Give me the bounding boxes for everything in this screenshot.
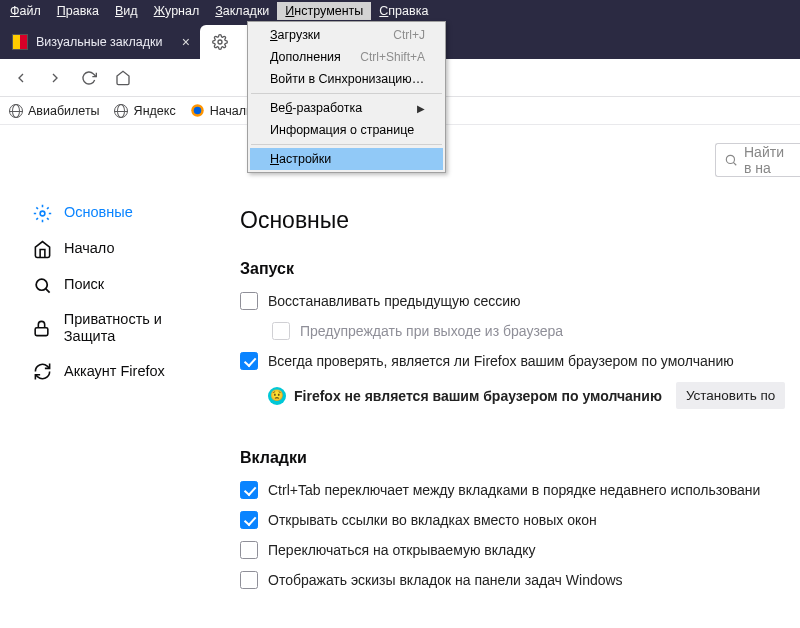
home-icon <box>32 239 52 259</box>
reload-button[interactable] <box>74 63 104 93</box>
checkbox-icon <box>240 481 258 499</box>
section-startup: Запуск <box>240 260 800 278</box>
menu-separator <box>251 93 442 94</box>
search-icon <box>32 275 52 295</box>
sidebar-item-label: Аккаунт Firefox <box>64 363 165 380</box>
checkbox-always-check-default[interactable]: Всегда проверять, является ли Firefox ва… <box>240 352 800 370</box>
menu-separator <box>251 144 442 145</box>
sidebar-item-account[interactable]: Аккаунт Firefox <box>28 354 220 390</box>
set-default-button[interactable]: Установить по <box>676 382 785 409</box>
sidebar-item-general[interactable]: Основные <box>28 195 220 231</box>
checkbox-tab-thumbnails[interactable]: Отображать эскизы вкладок на панели зада… <box>240 571 800 589</box>
page-title: Основные <box>240 207 800 234</box>
lock-icon <box>32 318 52 338</box>
checkbox-icon <box>240 511 258 529</box>
gear-icon <box>32 203 52 223</box>
search-input[interactable]: Найти в на <box>715 143 800 177</box>
tab-close-icon[interactable]: × <box>182 34 190 50</box>
home-button[interactable] <box>108 63 138 93</box>
favicon-vb <box>12 34 28 50</box>
menu-help[interactable]: Справка <box>371 2 436 20</box>
tab-title: Визуальные закладки <box>36 35 176 49</box>
checkbox-open-links-tabs[interactable]: Открывать ссылки во вкладках вместо новы… <box>240 511 800 529</box>
search-placeholder: Найти в на <box>744 144 792 176</box>
status-text: Firefox не является вашим браузером по у… <box>294 388 662 404</box>
search-icon <box>724 153 738 167</box>
menu-edit[interactable]: Правка <box>49 2 107 20</box>
gear-icon <box>212 34 228 50</box>
menu-history[interactable]: Журнал <box>146 2 208 20</box>
sidebar-item-home[interactable]: Начало <box>28 231 220 267</box>
menu-addons[interactable]: ДополненияCtrl+Shift+A <box>250 46 443 68</box>
sync-icon <box>32 362 52 382</box>
checkbox-icon <box>240 571 258 589</box>
menu-view[interactable]: Вид <box>107 2 146 20</box>
menubar: Файл Правка Вид Журнал Закладки Инструме… <box>0 0 800 21</box>
menu-webdev[interactable]: Веб-разработка▶ <box>250 97 443 119</box>
checkbox-icon <box>240 352 258 370</box>
menu-downloads[interactable]: ЗагрузкиCtrl+J <box>250 24 443 46</box>
checkbox-switch-to-tab[interactable]: Переключаться на открываемую вкладку <box>240 541 800 559</box>
globe-icon <box>8 103 23 118</box>
checkbox-icon <box>240 541 258 559</box>
firefox-icon <box>190 103 205 118</box>
default-browser-status: 😟 Firefox не является вашим браузером по… <box>268 382 800 409</box>
svg-point-4 <box>36 279 47 290</box>
sidebar-item-label: Поиск <box>64 276 104 293</box>
info-icon: 😟 <box>268 387 286 405</box>
svg-point-0 <box>218 40 222 44</box>
menu-pageinfo[interactable]: Информация о странице <box>250 119 443 141</box>
checkbox-icon <box>240 292 258 310</box>
menu-settings[interactable]: Настройки <box>250 148 443 170</box>
sidebar-item-search[interactable]: Поиск <box>28 267 220 303</box>
settings-content: Основные Начало Поиск Приватность и Защи… <box>0 125 800 628</box>
forward-button[interactable] <box>40 63 70 93</box>
svg-point-6 <box>726 155 734 163</box>
bookmark-yandex[interactable]: Яндекс <box>114 103 176 118</box>
sidebar-item-label: Приватность и Защита <box>64 311 216 346</box>
menu-sync[interactable]: Войти в Синхронизацию… <box>250 68 443 90</box>
sidebar-item-label: Начало <box>64 240 115 257</box>
tools-dropdown: ЗагрузкиCtrl+J ДополненияCtrl+Shift+A Во… <box>247 21 446 173</box>
globe-icon <box>114 103 129 118</box>
menu-bookmarks[interactable]: Закладки <box>207 2 277 20</box>
checkbox-restore-session[interactable]: Восстанавливать предыдущую сессию <box>240 292 800 310</box>
section-tabs: Вкладки <box>240 449 800 467</box>
menu-tools[interactable]: Инструменты <box>277 2 371 20</box>
back-button[interactable] <box>6 63 36 93</box>
checkbox-icon <box>272 322 290 340</box>
chevron-right-icon: ▶ <box>417 103 425 114</box>
sidebar-item-privacy[interactable]: Приватность и Защита <box>28 303 220 354</box>
settings-sidebar: Основные Начало Поиск Приватность и Защи… <box>0 125 230 628</box>
svg-point-2 <box>193 107 201 115</box>
tab-visual-bookmarks[interactable]: Визуальные закладки × <box>0 25 200 59</box>
checkbox-warn-quit: Предупреждать при выходе из браузера <box>272 322 800 340</box>
settings-main: Найти в на Основные Запуск Восстанавлива… <box>230 125 800 628</box>
bookmark-start[interactable]: Началь <box>190 103 253 118</box>
checkbox-ctrl-tab[interactable]: Ctrl+Tab переключает между вкладками в п… <box>240 481 800 499</box>
sidebar-item-label: Основные <box>64 204 133 221</box>
svg-point-3 <box>40 211 45 216</box>
menu-file[interactable]: Файл <box>2 2 49 20</box>
bookmark-aviabilety[interactable]: Авиабилеты <box>8 103 100 118</box>
svg-rect-5 <box>36 328 49 336</box>
